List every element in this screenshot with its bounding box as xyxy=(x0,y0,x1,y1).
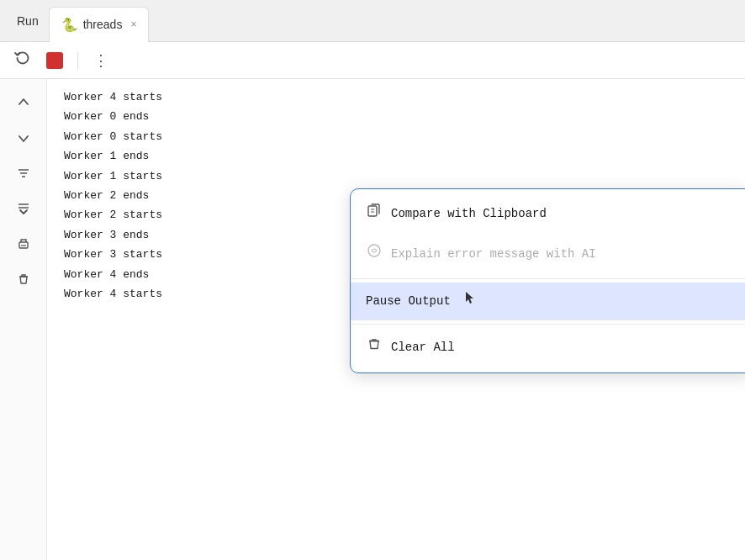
clear-button[interactable] xyxy=(10,266,37,293)
filter-button[interactable] xyxy=(10,160,37,187)
sidebar xyxy=(0,79,47,560)
scroll-up-button[interactable] xyxy=(10,89,37,116)
svg-point-11 xyxy=(368,245,380,256)
pause-output-label: Pause Output xyxy=(366,291,451,312)
compare-icon xyxy=(366,203,383,226)
stop-icon xyxy=(46,52,63,69)
python-icon: 🐍 xyxy=(61,17,78,33)
svg-rect-8 xyxy=(368,206,377,216)
stop-button[interactable] xyxy=(42,48,67,73)
pause-output-item[interactable]: Pause Output xyxy=(351,283,745,320)
main-area: Worker 4 starts Worker 0 ends Worker 0 s… xyxy=(0,79,745,560)
tab-bar: Run 🐍 threads × xyxy=(0,0,745,42)
tab-close-button[interactable]: × xyxy=(130,19,136,29)
toolbar: ⋮ xyxy=(0,42,745,79)
rerun-icon xyxy=(14,50,31,71)
run-label: Run xyxy=(7,14,49,28)
context-menu: Compare with Clipboard Explain error mes… xyxy=(350,188,745,373)
tab-label: threads xyxy=(83,18,123,31)
output-area: Worker 4 starts Worker 0 ends Worker 0 s… xyxy=(47,79,745,560)
print-button[interactable] xyxy=(10,230,37,257)
compare-clipboard-item[interactable]: Compare with Clipboard xyxy=(351,194,745,235)
explain-error-label: Explain error message with AI xyxy=(391,244,596,265)
scroll-down-button[interactable] xyxy=(10,124,37,151)
trash-menu-icon xyxy=(366,336,383,359)
rerun-button[interactable] xyxy=(10,48,35,73)
ai-icon xyxy=(366,243,383,267)
menu-divider-1 xyxy=(351,278,745,279)
clear-all-label: Clear All xyxy=(391,337,455,358)
compare-clipboard-label: Compare with Clipboard xyxy=(391,203,547,225)
scroll-to-bottom-button[interactable] xyxy=(10,195,37,222)
more-options-button[interactable]: ⋮ xyxy=(88,48,114,73)
clear-all-item[interactable]: Clear All xyxy=(351,328,745,367)
explain-error-item: Explain error message with AI xyxy=(351,235,745,275)
output-line: Worker 1 starts xyxy=(64,166,728,186)
app-container: Run 🐍 threads × ⋮ xyxy=(0,0,745,560)
output-line: Worker 0 ends xyxy=(64,107,728,126)
more-icon: ⋮ xyxy=(93,51,108,70)
toolbar-divider xyxy=(77,52,78,69)
output-line: Worker 4 starts xyxy=(64,87,728,107)
output-line: Worker 0 starts xyxy=(64,127,728,146)
cursor-icon xyxy=(464,291,474,312)
threads-tab[interactable]: 🐍 threads × xyxy=(49,7,150,42)
menu-divider-2 xyxy=(351,324,745,325)
output-line: Worker 1 ends xyxy=(64,146,728,166)
